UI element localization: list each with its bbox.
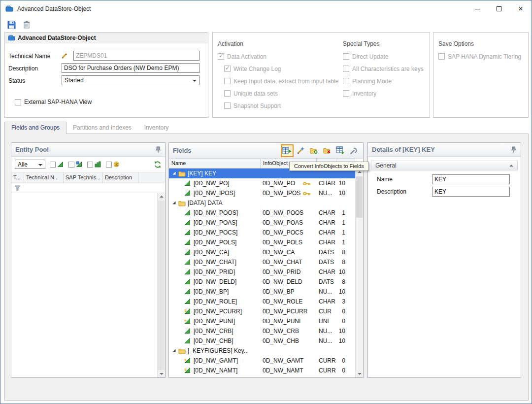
field-row[interactable]: [0D_NW_POLS]0D_NW_POLSCHAR1: [169, 237, 355, 247]
pin-icon[interactable]: [155, 146, 161, 153]
special-type-all-characteristics-are-keys: All Characteristics are keys: [343, 63, 428, 75]
field-row[interactable]: [0D_NW_IPOS]0D_NW_IPOSNU...10: [169, 188, 355, 198]
folder-icon: [178, 348, 186, 354]
scrollbar-thumb[interactable]: [158, 201, 165, 370]
field-row[interactable]: $[0D_NW_PCURR]0D_NW_PCURRCUR0: [169, 306, 355, 316]
filter-infoobjects-checkbox[interactable]: [68, 162, 74, 168]
refresh-icon[interactable]: [154, 161, 162, 168]
characteristic-icon: [184, 209, 191, 216]
filter-key-figures-checkbox[interactable]: [87, 162, 93, 168]
field-name: [0D_NW_PO]: [194, 178, 230, 188]
field-row[interactable]: [0D_NW_CHAT]0D_NW_CHATDATS8: [169, 257, 355, 267]
field-name: [0D_NW_CA]: [194, 247, 229, 257]
key-icon: [303, 191, 311, 196]
entity-pool-table-body: [11, 193, 157, 377]
export-table-button[interactable]: [335, 145, 346, 156]
fields-scrollbar[interactable]: [355, 168, 363, 377]
field-row[interactable]: [0D_NW_CRB]0D_NW_CRBNU...10: [169, 326, 355, 336]
delete-group-button[interactable]: [322, 145, 332, 156]
status-select[interactable]: Started: [62, 75, 200, 85]
entity-filter-select[interactable]: Alle: [15, 160, 45, 169]
field-row[interactable]: $[0D_NW_NAMT]0D_NW_NAMTCURR0: [169, 366, 355, 375]
field-group-row[interactable]: [DATA] DATA: [169, 198, 355, 208]
activation-column: Activation Data ActivationWrite Change L…: [218, 40, 346, 112]
field-infoobject: 0D_NW_CHAT: [263, 257, 302, 267]
field-row[interactable]: [0D_NW_CHB]0D_NW_CHBNU...10: [169, 336, 355, 346]
field-group-row[interactable]: [_KEYFIGURES] Key...: [169, 346, 355, 356]
entity-pool-scrollbar[interactable]: [157, 193, 165, 377]
characteristic-icon: [184, 278, 191, 285]
technical-name-input[interactable]: [73, 51, 200, 61]
scroll-up-icon[interactable]: [158, 193, 165, 201]
expander-icon[interactable]: [172, 348, 176, 353]
characteristics-icon: [57, 161, 65, 168]
scroll-down-icon[interactable]: [356, 370, 363, 377]
field-infoobject: 0D_NW_IPOS: [263, 188, 300, 198]
field-row[interactable]: [0D_NW_PRID]0D_NW_PRIDCHAR10: [169, 267, 355, 277]
checkbox: [218, 53, 224, 60]
description-input[interactable]: [432, 187, 510, 197]
field-datatype: NU...: [319, 326, 332, 336]
close-button[interactable]: ×: [510, 0, 532, 17]
unit-icon: ¤: [184, 318, 191, 324]
window-title: Advanced DataStore-Object: [17, 5, 91, 12]
scrollbar-thumb[interactable]: [356, 176, 363, 218]
entity-pool-column-header-description[interactable]: Description: [103, 172, 138, 183]
general-section-header[interactable]: General: [371, 161, 518, 170]
field-row[interactable]: [0D_NW_POAS]0D_NW_POASCHAR1: [169, 218, 355, 228]
add-group-button[interactable]: [308, 145, 319, 156]
field-name: [0D_NW_NAMT]: [194, 366, 237, 375]
filter-funnel-icon[interactable]: [15, 185, 20, 191]
field-length: 0: [336, 306, 345, 316]
field-infoobject: 0D_NW_GAMT: [263, 356, 303, 366]
name-input[interactable]: [432, 174, 510, 184]
external-sap-hana-view-checkbox[interactable]: [15, 99, 21, 105]
edit-properties-button[interactable]: [295, 145, 306, 156]
svg-text:$: $: [185, 368, 187, 372]
pin-icon[interactable]: [511, 146, 517, 153]
maximize-button[interactable]: [488, 0, 510, 17]
field-row[interactable]: [0D_NW_POOS]0D_NW_POOSCHAR1: [169, 208, 355, 218]
field-infoobject: 0D_NW_POCS: [263, 228, 303, 237]
field-infoobject: 0D_NW_POLS: [263, 237, 302, 247]
description-input[interactable]: [62, 63, 200, 73]
entity-pool-column-header-sap-technis[interactable]: SAP Technis...: [64, 172, 103, 183]
save-button[interactable]: [7, 20, 16, 29]
entity-pool-column-header-t[interactable]: T...: [11, 172, 24, 183]
expander-icon[interactable]: [172, 201, 176, 205]
field-row[interactable]: [169, 375, 355, 377]
field-row[interactable]: [0D_NW_PO]0D_NW_POCHAR10: [169, 178, 355, 188]
field-name: [0D_NW_CHB]: [194, 336, 233, 346]
scroll-down-icon[interactable]: [158, 370, 165, 377]
field-row[interactable]: $[0D_NW_GAMT]0D_NW_GAMTCURR0: [169, 356, 355, 366]
field-row[interactable]: ¤[0D_NW_PUNI]0D_NW_PUNIUNI0: [169, 316, 355, 326]
checkbox: [343, 90, 349, 97]
filter-characteristics-checkbox[interactable]: [50, 162, 56, 168]
field-row[interactable]: [0D_NW_POCS]0D_NW_POCSCHAR1: [169, 228, 355, 237]
edit-name-pencil-icon[interactable]: [60, 51, 69, 61]
settings-button[interactable]: [348, 145, 359, 156]
delete-button[interactable]: [22, 20, 31, 29]
expander-icon[interactable]: [172, 171, 176, 175]
field-name: [0D_NW_IPOS]: [194, 188, 235, 198]
field-row[interactable]: [0D_NW_ROLE]0D_NW_ROLECHAR3: [169, 297, 355, 306]
infoobjects-icon: [76, 161, 83, 168]
maximize-icon: [497, 6, 501, 11]
minimize-button[interactable]: [466, 0, 488, 17]
fields-column-header-name[interactable]: Name: [169, 159, 261, 168]
dropdown-arrow-icon: [38, 164, 42, 166]
tab-fields-and-groups[interactable]: Fields and Groups: [4, 122, 66, 134]
tab-inventory[interactable]: Inventory: [138, 122, 175, 134]
checkbox: [343, 78, 349, 84]
field-row[interactable]: [0D_NW_DELD]0D_NW_DELDDATS8: [169, 277, 355, 287]
external-view-label: External SAP-HANA View: [24, 99, 92, 105]
entity-pool-column-header-technical-n[interactable]: Technical N...: [24, 172, 64, 183]
field-row[interactable]: [0D_NW_BP]0D_NW_BPNU...10: [169, 287, 355, 297]
adso-app-icon: [5, 5, 13, 13]
filter-currencies-checkbox[interactable]: [106, 162, 112, 168]
field-row[interactable]: [0D_NW_CA]0D_NW_CADATS8: [169, 247, 355, 257]
convert-infoobjects-to-fields-button[interactable]: [282, 145, 293, 156]
tab-partitions-and-indexes[interactable]: Partitions and Indexes: [66, 122, 138, 134]
checkbox-label: Direct Update: [352, 53, 388, 60]
field-length: 0: [336, 316, 345, 326]
